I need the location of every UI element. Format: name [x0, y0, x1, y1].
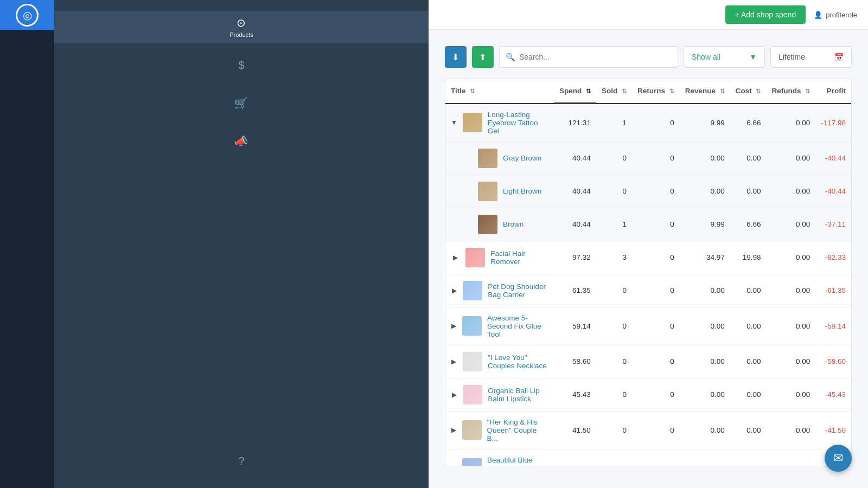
user-icon: 👤 [814, 11, 822, 19]
spend-cell: 40.44 [554, 142, 596, 175]
lifetime-button[interactable]: Lifetime 📅 [770, 46, 852, 68]
col-header-cost[interactable]: Cost ⇅ [730, 79, 767, 104]
profit-cell: -82.33 [815, 241, 851, 274]
app-logo-icon: ◎ [16, 4, 39, 27]
sort-icon-revenue: ⇅ [720, 88, 725, 94]
sub-product-title: Light Brown [503, 187, 541, 195]
title-cell: Gray Brown [445, 142, 554, 175]
spend-cell: 121.31 [554, 104, 596, 142]
profit-cell: -117.98 [815, 104, 851, 142]
sidebar-item-finance[interactable]: $ [54, 49, 429, 81]
table-row: ▶ "Her King & His Queen" Couple B... 41.… [445, 411, 851, 449]
profit-cell: -58.60 [815, 345, 851, 378]
add-shop-spend-button[interactable]: + Add shop spend [725, 5, 806, 24]
product-image [462, 316, 482, 336]
sort-icon-sold: ⇅ [622, 88, 627, 94]
profit-cell: -41.50 [815, 411, 851, 449]
expand-button[interactable]: ▶ [451, 356, 457, 367]
product-image [465, 248, 485, 267]
expand-button[interactable]: ▶ [451, 463, 457, 466]
table-row: Brown 40.44 1 0 9.99 6.66 0.00 -37.11 [445, 208, 851, 241]
product-title: Beautiful Blue Sapphire Engage... [487, 456, 548, 467]
product-title: Awesome 5-Second Fix Glue Tool [487, 314, 548, 338]
cost-cell: 0.00 [730, 175, 767, 208]
refunds-cell: 0.00 [766, 411, 815, 449]
title-cell: Brown [445, 208, 554, 241]
spend-cell: 41.50 [554, 411, 596, 449]
expand-button[interactable]: ▶ [451, 389, 457, 400]
product-title: "I Love You" Couples Necklace [488, 354, 548, 370]
chat-icon: ✉ [833, 451, 843, 465]
revenue-cell: 9.99 [680, 104, 730, 142]
revenue-cell: 0.00 [680, 449, 730, 466]
sold-cell: 1 [596, 104, 632, 142]
sidebar-item-marketing[interactable]: 📣 [54, 125, 429, 157]
table-row: ▶ Organic Ball Lip Balm Lipstick 45.43 0… [445, 378, 851, 411]
expand-button[interactable]: ▼ [451, 117, 457, 128]
product-image [478, 182, 497, 201]
chat-button[interactable]: ✉ [825, 445, 852, 472]
refunds-cell: 0.00 [766, 241, 815, 274]
product-title: Organic Ball Lip Balm Lipstick [488, 387, 548, 403]
col-header-revenue[interactable]: Revenue ⇅ [680, 79, 730, 104]
cost-cell: 19.98 [730, 241, 767, 274]
product-image [463, 352, 482, 371]
logo-area: ◎ [0, 0, 54, 30]
sidebar-item-orders[interactable]: 🛒 [54, 87, 429, 119]
upload-button[interactable]: ⬆ [472, 46, 494, 68]
table-row: ▶ "I Love You" Couples Necklace 58.60 0 … [445, 345, 851, 378]
col-header-refunds[interactable]: Refunds ⇅ [766, 79, 815, 104]
cost-cell: 6.66 [730, 208, 767, 241]
col-header-title[interactable]: Title ⇅ [445, 79, 554, 104]
product-title: Facial Hair Remover [490, 249, 548, 266]
main-wrapper: + Add shop spend 👤 profiterole ⬇ ⬆ 🔍 Sho… [429, 0, 868, 488]
product-image [463, 385, 482, 404]
expand-button[interactable]: ▶ [451, 425, 457, 435]
product-image [478, 215, 497, 234]
table-row: ▶ Beautiful Blue Sapphire Engage... 38.4… [445, 449, 851, 466]
product-image [463, 113, 482, 132]
col-header-spend[interactable]: Spend ⇅ [554, 79, 596, 104]
table-body: ▼ Long-Lasting Eyebrow Tattoo Gel 121.31… [445, 104, 851, 467]
table-row: ▶ Facial Hair Remover 97.32 3 0 34.97 19… [445, 241, 851, 274]
show-all-button[interactable]: Show all ▼ [684, 46, 765, 68]
revenue-cell: 34.97 [680, 241, 730, 274]
sold-cell: 0 [596, 345, 632, 378]
refunds-cell: 0.00 [766, 208, 815, 241]
revenue-cell: 0.00 [680, 378, 730, 411]
profit-cell: -61.35 [815, 274, 851, 307]
marketing-icon: 📣 [234, 134, 248, 147]
sidebar-nav: ⊙ Products $ 🛒 📣 ? [54, 0, 429, 488]
search-input[interactable] [499, 46, 678, 68]
product-image [478, 149, 497, 168]
sidebar-item-products[interactable]: ⊙ Products [54, 11, 429, 43]
spend-cell: 97.32 [554, 241, 596, 274]
expand-button[interactable]: ▶ [451, 285, 457, 296]
download-button[interactable]: ⬇ [445, 46, 467, 68]
spend-cell: 40.44 [554, 175, 596, 208]
revenue-cell: 0.00 [680, 411, 730, 449]
refunds-cell: 0.00 [766, 307, 815, 345]
help-icon: ? [238, 455, 244, 467]
sold-cell: 3 [596, 241, 632, 274]
col-header-sold[interactable]: Sold ⇅ [596, 79, 632, 104]
sidebar-item-help[interactable]: ? [54, 445, 429, 477]
cost-cell: 0.00 [730, 274, 767, 307]
product-image [463, 281, 482, 300]
col-header-returns[interactable]: Returns ⇅ [632, 79, 680, 104]
returns-cell: 0 [632, 307, 680, 345]
title-cell: ▼ Long-Lasting Eyebrow Tattoo Gel [445, 104, 554, 142]
title-cell: ▶ Pet Dog Shoulder Bag Carrier [445, 274, 554, 307]
table-row: ▶ Awesome 5-Second Fix Glue Tool 59.14 0… [445, 307, 851, 345]
profit-cell: -40.44 [815, 142, 851, 175]
expand-button[interactable]: ▶ [451, 320, 457, 331]
upload-icon: ⬆ [479, 52, 486, 62]
sold-cell: 0 [596, 307, 632, 345]
expand-button[interactable]: ▶ [451, 252, 460, 263]
sold-cell: 0 [596, 175, 632, 208]
toolbar: ⬇ ⬆ 🔍 Show all ▼ Lifetime 📅 [445, 46, 852, 68]
title-cell: ▶ Beautiful Blue Sapphire Engage... [445, 449, 554, 466]
sold-cell: 0 [596, 142, 632, 175]
download-icon: ⬇ [452, 52, 459, 62]
spend-cell: 38.47 [554, 449, 596, 466]
